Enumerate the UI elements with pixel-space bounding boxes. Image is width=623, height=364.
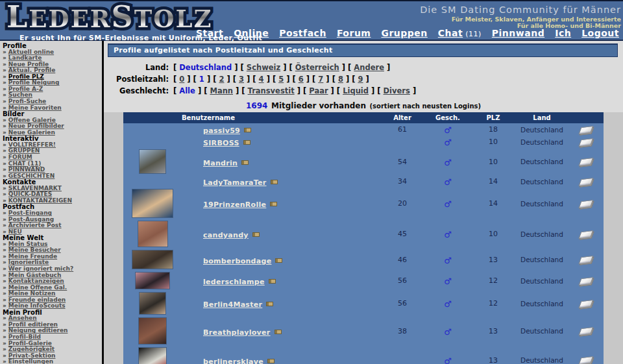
profile-photo[interactable]	[140, 293, 165, 314]
profile-photo[interactable]	[132, 250, 173, 269]
nav-link[interactable]: Ich	[555, 28, 571, 38]
sidebar-item-link[interactable]: Profil-Bild	[8, 334, 41, 340]
sidebar-item-link[interactable]: PINNWAND	[8, 166, 45, 173]
filter-option-link[interactable]: 1	[199, 75, 204, 84]
profile-photo[interactable]	[139, 348, 166, 364]
filter-option[interactable]: [ 1 ]	[193, 75, 211, 84]
sidebar-item[interactable]: »Einstellungen	[3, 359, 102, 364]
username-link[interactable]: passiv59	[203, 127, 240, 135]
sidebar-item-link[interactable]: Neue Profile	[8, 61, 49, 67]
sidebar-item-link[interactable]: CHAT (11)	[8, 160, 41, 167]
sidebar-item-link[interactable]: Neigung editieren	[8, 327, 68, 334]
filter-option-link[interactable]: 3	[239, 75, 244, 84]
sidebar-item-link[interactable]: Meine Notizen	[8, 290, 56, 297]
nav-link[interactable]: Postfach	[279, 28, 326, 38]
filter-option-link[interactable]: Deutschland	[179, 63, 232, 72]
sidebar-item-link[interactable]: Wer ignoriert mich?	[8, 265, 73, 272]
send-message-icon[interactable]	[578, 199, 593, 207]
sidebar-item-link[interactable]: Profile A-Z	[8, 86, 43, 92]
filter-option[interactable]: [ Deutschland ]	[173, 63, 238, 72]
sidebar-item-link[interactable]: Profil-Galerie	[8, 340, 52, 346]
sidebar-item-link[interactable]: Meine InfoScouts	[8, 302, 66, 309]
filter-option-link[interactable]: 8	[338, 75, 343, 84]
sidebar-item-link[interactable]: Neue Profilbilder	[8, 123, 64, 129]
nav-link[interactable]: Logout	[581, 28, 619, 38]
sidebar-item-link[interactable]: Kontaktanzeigen	[8, 278, 64, 284]
sidebar-item-link[interactable]: Profile Neigung	[8, 79, 60, 86]
username-link[interactable]: Breathplaylover	[203, 328, 271, 337]
send-message-icon[interactable]	[578, 125, 593, 133]
send-message-icon[interactable]	[578, 158, 593, 165]
sidebar-item-link[interactable]: Mein Status	[8, 241, 48, 247]
sidebar-item-link[interactable]: QUICK-DATES	[8, 191, 52, 197]
username-link[interactable]: 19PrinzenRolle	[203, 200, 266, 209]
nav-link[interactable]: Gruppen	[381, 28, 427, 38]
filter-option[interactable]: [ Schweiz ]	[241, 63, 287, 72]
sidebar-item-link[interactable]: Meine Offene Gal.	[8, 284, 67, 291]
filter-option[interactable]: [ 2 ]	[213, 75, 230, 84]
filter-option[interactable]: [ 0 ]	[173, 75, 191, 84]
filter-option-link[interactable]: Mann	[210, 86, 233, 95]
send-message-icon[interactable]	[578, 256, 593, 263]
filter-option[interactable]: [ 9 ]	[352, 75, 369, 84]
send-message-icon[interactable]	[578, 327, 593, 335]
username-link[interactable]: candyandy	[203, 231, 249, 239]
sidebar-item-link[interactable]: VOLLTREFFER!	[8, 141, 56, 148]
filter-option[interactable]: [ Transvestit ]	[241, 86, 300, 95]
username-link[interactable]: Mandrin	[203, 159, 238, 167]
username-link[interactable]: lederschlampe	[203, 278, 265, 286]
sidebar-item-link[interactable]: FORUM	[8, 154, 32, 160]
filter-option[interactable]: [ 4 ]	[252, 75, 270, 84]
sidebar-item-link[interactable]: KONTAKTANZEIGEN	[8, 197, 72, 204]
profile-photo[interactable]	[138, 221, 167, 247]
filter-option-link[interactable]: 9	[358, 75, 363, 84]
sidebar-item-link[interactable]: Aktual. Profile	[8, 67, 55, 73]
profile-photo[interactable]	[132, 189, 173, 217]
filter-option-link[interactable]: Transvestit	[248, 86, 295, 95]
sidebar-item-link[interactable]: Neue Galerien	[8, 129, 55, 136]
nav-link[interactable]: Online	[234, 28, 269, 38]
filter-option-link[interactable]: 6	[299, 75, 304, 84]
filter-option-link[interactable]: 2	[219, 75, 224, 84]
filter-option[interactable]: [ 7 ]	[312, 75, 330, 84]
sidebar-item-link[interactable]: Meine Besucher	[8, 247, 61, 253]
sidebar-item-link[interactable]: Mein Gästebuch	[8, 272, 62, 278]
sidebar-item-link[interactable]: Archivierte Post	[8, 222, 62, 228]
username-link[interactable]: bomberbondage	[203, 257, 271, 265]
filter-option-link[interactable]: Andere	[354, 63, 384, 72]
sidebar-item-link[interactable]: Ansehen	[8, 315, 37, 321]
nav-link[interactable]: Forum	[337, 28, 371, 38]
send-message-icon[interactable]	[578, 276, 593, 284]
sidebar-item-link[interactable]: SKLAVENMARKT	[8, 185, 62, 191]
sidebar-item-link[interactable]: Meine Favoriten	[8, 104, 62, 111]
sidebar-item-link[interactable]: Post-Ausgang	[8, 216, 54, 223]
sidebar-item-link[interactable]: GESCHICHTEN	[8, 173, 55, 179]
filter-option-link[interactable]: Paar	[309, 86, 328, 95]
filter-option[interactable]: [ 3 ]	[233, 75, 250, 84]
filter-option[interactable]: [ 6 ]	[292, 75, 310, 84]
sidebar-item-link[interactable]: NEU	[8, 228, 22, 235]
nav-link[interactable]: Pinnwand	[492, 28, 544, 38]
sidebar-item-link[interactable]: Zugehörigkeit	[8, 346, 55, 352]
sidebar-item-link[interactable]: Profi-Suche	[8, 98, 46, 104]
sidebar-item-link[interactable]: GRUPPEN	[8, 147, 40, 154]
username-link[interactable]: SIRBOSS	[203, 139, 239, 147]
profile-photo[interactable]	[139, 318, 166, 344]
sidebar-item-link[interactable]: Profile PLZ	[8, 73, 44, 80]
send-message-icon[interactable]	[578, 230, 593, 237]
sidebar-item-link[interactable]: Meine Freunde	[8, 253, 57, 260]
sidebar-item-link[interactable]: Einstellungen	[8, 358, 53, 364]
filter-option-link[interactable]: 0	[179, 75, 184, 84]
filter-option[interactable]: [ Andere ]	[348, 63, 390, 72]
sidebar-item-link[interactable]: Post-Eingang	[8, 210, 52, 216]
sidebar-item-link[interactable]: Aktuell online	[8, 49, 54, 55]
filter-option-link[interactable]: Liquid	[343, 86, 369, 95]
filter-option-link[interactable]: Österreich	[295, 63, 339, 72]
sidebar-item-link[interactable]: Landkarte	[8, 55, 42, 61]
sidebar-item-link[interactable]: Offene Galerie	[8, 117, 56, 123]
profile-photo[interactable]	[136, 273, 169, 289]
sidebar-item-link[interactable]: Suchen	[8, 91, 32, 98]
username-link[interactable]: berlinersklave	[203, 358, 263, 364]
filter-option[interactable]: [ Paar ]	[303, 86, 334, 95]
username-link[interactable]: LadyTamaraTer	[203, 178, 267, 187]
